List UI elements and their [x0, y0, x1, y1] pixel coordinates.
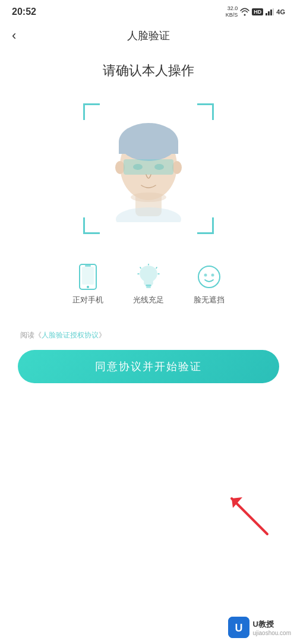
status-bar: 20:52 32.0KB/S HD 4G [0, 0, 297, 21]
watermark-text-block: U教授 ujiaoshou.com [253, 619, 291, 636]
svg-line-24 [140, 267, 141, 269]
instruction-face-label: 脸无遮挡 [194, 295, 225, 305]
page-title: 人脸验证 [127, 29, 170, 43]
watermark-main-text: U教授 [253, 619, 291, 630]
svg-rect-11 [124, 159, 173, 175]
instruction-phone-label: 正对手机 [72, 295, 103, 305]
svg-point-5 [116, 207, 181, 222]
agreement-area: 阅读《人脸验证授权协议》 [18, 329, 279, 340]
face-illustration [101, 115, 196, 222]
svg-rect-2 [270, 10, 272, 15]
status-icons: 32.0KB/S HD 4G [226, 5, 285, 18]
face-no-cover-icon [196, 264, 222, 290]
instruction-face: 脸无遮挡 [194, 264, 225, 305]
back-button[interactable]: ‹ [12, 28, 16, 43]
watermark-icon: U [228, 617, 249, 638]
agreement-link[interactable]: 人脸验证授权协议 [42, 331, 99, 339]
signal-icon [266, 8, 274, 15]
status-time: 20:52 [12, 7, 36, 17]
corner-tr [197, 103, 214, 120]
watermark-logo: U [228, 617, 249, 638]
hd-badge: HD [252, 8, 263, 15]
agreement-prefix: 阅读《 [20, 331, 42, 339]
svg-rect-20 [146, 286, 151, 288]
svg-point-9 [115, 161, 125, 174]
instruction-phone: 正对手机 [72, 264, 103, 305]
svg-line-29 [232, 498, 267, 534]
corner-tl [83, 103, 100, 120]
watermark: U U教授 ujiaoshou.com [228, 617, 291, 638]
instructions-row: 正对手机 光线充足 [18, 264, 279, 305]
face-svg [101, 115, 196, 222]
svg-point-28 [211, 274, 214, 277]
svg-point-26 [198, 266, 220, 288]
corner-br [197, 217, 214, 234]
arrow-svg [220, 487, 273, 540]
svg-point-27 [204, 274, 207, 277]
svg-rect-16 [82, 267, 94, 285]
svg-point-12 [133, 164, 143, 170]
network-badge: 4G [276, 8, 285, 15]
watermark-sub-text: ujiaoshou.com [253, 630, 291, 636]
face-scan-area [83, 103, 214, 234]
arrow-annotation [220, 487, 273, 540]
svg-point-14 [131, 192, 166, 202]
instruction-light: 光线充足 [133, 264, 164, 305]
svg-text:U: U [235, 622, 242, 634]
svg-point-17 [87, 286, 89, 288]
main-content: 请确认本人操作 [0, 50, 297, 401]
phone-icon [75, 264, 101, 290]
svg-point-10 [172, 161, 182, 174]
corner-bl [83, 217, 100, 234]
data-speed-text: 32.0KB/S [226, 5, 238, 18]
start-verification-button[interactable]: 同意协议并开始验证 [18, 350, 279, 383]
svg-marker-30 [232, 497, 242, 508]
page-heading: 请确认本人操作 [103, 62, 194, 80]
agreement-suffix: 》 [99, 331, 106, 339]
svg-point-13 [154, 164, 164, 170]
svg-rect-19 [146, 285, 151, 286]
svg-rect-18 [85, 266, 91, 267]
light-icon [135, 264, 162, 290]
svg-line-22 [156, 267, 157, 269]
svg-rect-3 [273, 8, 274, 15]
wifi-icon [240, 8, 249, 16]
svg-rect-1 [268, 11, 270, 15]
instruction-light-label: 光线充足 [133, 295, 164, 305]
svg-rect-8 [119, 142, 178, 154]
navbar: ‹ 人脸验证 [0, 21, 297, 50]
svg-rect-0 [266, 13, 267, 15]
